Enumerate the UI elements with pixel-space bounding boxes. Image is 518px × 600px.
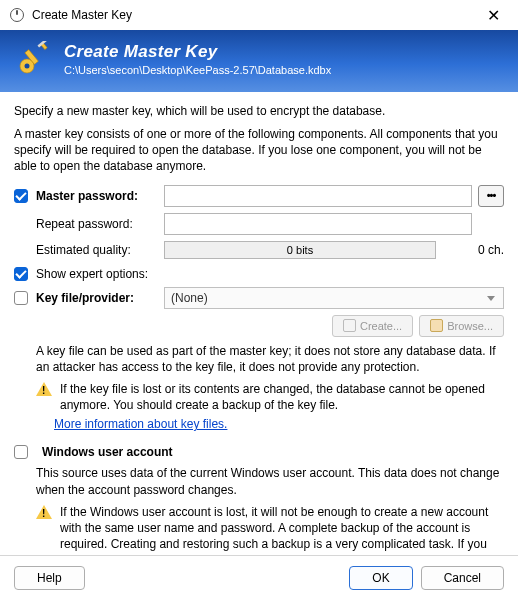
titlebar: Create Master Key ✕ <box>0 0 518 30</box>
create-keyfile-button[interactable]: Create... <box>332 315 413 337</box>
key-file-checkbox[interactable] <box>14 291 28 305</box>
close-button[interactable]: ✕ <box>479 4 508 27</box>
repeat-password-input[interactable] <box>164 213 472 235</box>
new-file-icon <box>343 319 356 332</box>
keyfile-warning: If the key file is lost or its contents … <box>60 381 504 413</box>
master-password-input[interactable] <box>164 185 472 207</box>
quality-label: Estimated quality: <box>36 243 164 257</box>
char-count: 0 ch. <box>444 243 504 257</box>
keyfile-description: A key file can be used as part of the ma… <box>36 343 504 375</box>
show-expert-label: Show expert options: <box>36 267 148 281</box>
intro-line-1: Specify a new master key, which will be … <box>14 104 504 118</box>
folder-icon <box>430 319 443 332</box>
reveal-password-button[interactable]: ••• <box>478 185 504 207</box>
key-file-combo[interactable]: (None) <box>164 287 504 309</box>
header-path: C:\Users\secon\Desktop\KeePass-2.57\Data… <box>64 64 331 76</box>
window-title: Create Master Key <box>32 8 479 22</box>
show-expert-checkbox[interactable] <box>14 267 28 281</box>
content-area: Specify a new master key, which will be … <box>0 92 518 600</box>
svg-point-1 <box>25 64 30 69</box>
ok-button[interactable]: OK <box>349 566 412 590</box>
quality-bar: 0 bits <box>164 241 436 259</box>
keyfile-more-info-link[interactable]: More information about key files. <box>54 417 227 431</box>
windows-account-label: Windows user account <box>42 445 173 459</box>
lock-icon <box>10 8 24 22</box>
key-icon <box>16 41 52 77</box>
windows-account-description: This source uses data of the current Win… <box>36 465 504 497</box>
header-title: Create Master Key <box>64 42 331 62</box>
windows-account-checkbox[interactable] <box>14 445 28 459</box>
intro-line-2: A master key consists of one or more of … <box>14 126 504 175</box>
master-password-checkbox[interactable] <box>14 189 28 203</box>
master-password-label: Master password: <box>36 189 164 203</box>
cancel-button[interactable]: Cancel <box>421 566 504 590</box>
warning-icon <box>36 505 52 519</box>
key-file-label: Key file/provider: <box>36 291 164 305</box>
footer: Help OK Cancel <box>0 555 518 600</box>
browse-keyfile-button[interactable]: Browse... <box>419 315 504 337</box>
warning-icon <box>36 382 52 396</box>
help-button[interactable]: Help <box>14 566 85 590</box>
header-banner: Create Master Key C:\Users\secon\Desktop… <box>0 30 518 92</box>
repeat-password-label: Repeat password: <box>36 217 164 231</box>
